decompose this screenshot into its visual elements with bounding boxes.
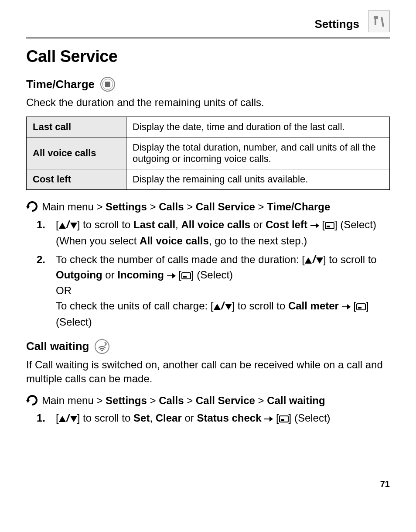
nav-pre: Main menu >	[42, 201, 106, 213]
svg-point-15	[101, 350, 103, 351]
step-2: To check the number of calls made and th…	[26, 252, 390, 330]
down-icon	[225, 304, 232, 310]
nav-call-waiting: Call waiting	[267, 395, 325, 406]
nav-settings: Settings	[106, 201, 147, 213]
down-icon	[70, 223, 77, 229]
step-1: [/] to scroll to Last call, All voice ca…	[26, 217, 390, 249]
nav-call-service: Call Service	[196, 201, 255, 213]
page-title: Call Service	[26, 47, 390, 66]
nav-calls: Calls	[159, 395, 184, 406]
row-desc: Display the total duration, number, and …	[126, 137, 390, 169]
row-label: Last call	[27, 117, 126, 137]
table-row: All voice calls Display the total durati…	[27, 137, 390, 169]
arrow-right-icon	[310, 218, 319, 233]
time-charge-table: Last call Display the date, time and dur…	[26, 117, 390, 190]
up-icon	[59, 223, 66, 229]
svg-rect-18	[281, 419, 284, 421]
softkey-icon	[181, 268, 191, 284]
arrow-right-icon	[342, 299, 351, 315]
breadcrumb: Main menu > Settings > Calls > Call Serv…	[26, 199, 390, 215]
svg-rect-10	[183, 276, 187, 278]
goto-arrow-icon	[26, 200, 38, 213]
call-waiting-heading: Call waiting	[26, 340, 89, 353]
row-label: Cost left	[27, 169, 126, 190]
softkey-icon	[325, 218, 334, 233]
nav-settings: Settings	[106, 395, 147, 406]
svg-rect-0	[374, 16, 378, 19]
row-desc: Display the remaining call units availab…	[126, 169, 390, 190]
arrow-right-icon	[167, 268, 176, 284]
up-icon	[214, 304, 221, 310]
up-icon	[59, 416, 66, 422]
time-charge-intro: Check the duration and the remaining uni…	[26, 96, 390, 110]
softkey-icon	[279, 412, 289, 427]
call-waiting-intro: If Call waiting is switched on, another …	[26, 358, 390, 386]
row-desc: Display the date, time and duration of t…	[126, 117, 390, 137]
page-number: 71	[26, 479, 390, 489]
sim-icon	[100, 76, 116, 92]
row-label: All voice calls	[27, 137, 126, 169]
network-icon	[94, 339, 110, 354]
table-row: Last call Display the date, time and dur…	[27, 117, 390, 137]
nav-call-service: Call Service	[196, 395, 255, 406]
down-icon	[316, 257, 323, 264]
breadcrumb: Main menu > Settings > Calls > Call Serv…	[26, 393, 390, 408]
softkey-icon	[356, 299, 366, 315]
nav-calls: Calls	[159, 201, 184, 213]
settings-tools-icon	[368, 10, 390, 32]
svg-rect-1	[375, 19, 376, 25]
time-charge-heading: Time/Charge	[26, 78, 95, 91]
down-icon	[70, 416, 77, 422]
svg-rect-7	[327, 226, 330, 227]
section-title: Settings	[314, 17, 359, 31]
step-1: [/] to scroll to Set, Clear or Status ch…	[26, 411, 390, 427]
nav-pre: Main menu >	[42, 395, 106, 406]
nav-time-charge: Time/Charge	[267, 201, 330, 213]
table-row: Cost left Display the remaining call uni…	[27, 169, 390, 190]
goto-arrow-icon	[26, 394, 38, 406]
svg-rect-4	[105, 82, 110, 87]
arrow-right-icon	[264, 412, 273, 427]
up-icon	[305, 257, 312, 264]
svg-rect-13	[358, 307, 361, 309]
